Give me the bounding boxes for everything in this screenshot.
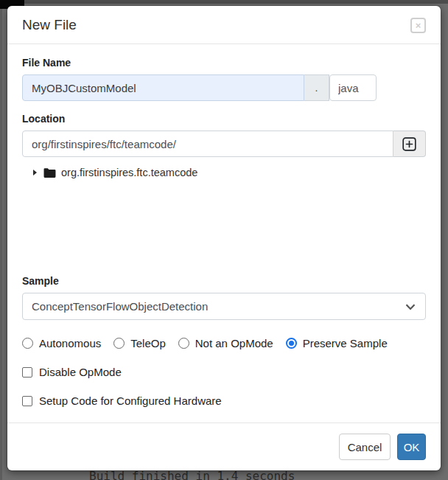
close-icon[interactable]: ×	[410, 18, 426, 33]
radio-icon[interactable]	[178, 338, 189, 349]
radio-icon[interactable]	[113, 338, 125, 349]
console-log-text: Build finished in 1.4 seconds	[89, 469, 295, 480]
plus-square-icon	[402, 137, 416, 151]
backdrop-top-band	[0, 0, 448, 4]
checkbox-icon[interactable]	[22, 367, 32, 378]
sample-select[interactable]: ConceptTensorFlowObjectDetection	[22, 293, 426, 320]
add-folder-button[interactable]	[393, 131, 426, 157]
file-name-label: File Name	[22, 57, 426, 69]
location-input[interactable]	[22, 131, 393, 157]
radio-teleop[interactable]: TeleOp	[113, 337, 166, 349]
file-name-input[interactable]	[22, 74, 304, 101]
radio-label: Autonomous	[39, 337, 101, 349]
caret-right-icon[interactable]	[33, 170, 37, 175]
file-name-input-group: .	[22, 74, 377, 101]
dialog-body: File Name . Location	[7, 44, 441, 422]
radio-label: TeleOp	[130, 337, 166, 349]
radio-label: Preserve Sample	[303, 337, 388, 349]
backdrop-left-band	[0, 0, 2, 480]
tree-item-label: org.firstinspires.ftc.teamcode	[61, 167, 197, 178]
checkbox-icon[interactable]	[22, 396, 32, 406]
chevron-down-icon	[405, 304, 416, 310]
location-input-group	[22, 131, 426, 157]
dialog-footer: Cancel OK	[7, 422, 441, 470]
radio-autonomous[interactable]: Autonomous	[22, 337, 101, 349]
file-extension-input[interactable]	[329, 74, 377, 101]
sample-selected-value: ConceptTensorFlowObjectDetection	[32, 300, 208, 313]
location-label: Location	[22, 113, 426, 125]
radio-preserve-sample[interactable]: Preserve Sample	[286, 337, 388, 349]
checkbox-label: Disable OpMode	[39, 366, 122, 378]
checkbox-label: Setup Code for Configured Hardware	[39, 394, 222, 407]
new-file-dialog: New File × File Name . Location	[7, 6, 441, 470]
radio-selected-icon[interactable]	[286, 338, 297, 349]
cancel-button[interactable]: Cancel	[339, 434, 391, 460]
location-tree: org.firstinspires.ftc.teamcode	[22, 157, 426, 275]
radio-not-an-opmode[interactable]: Not an OpMode	[178, 337, 273, 349]
checkbox-disable-opmode[interactable]: Disable OpMode	[22, 366, 426, 378]
dialog-title: New File	[22, 17, 77, 33]
tree-item-teamcode[interactable]: org.firstinspires.ftc.teamcode	[33, 167, 426, 178]
sample-label: Sample	[22, 275, 426, 287]
file-extension-separator: .	[304, 74, 329, 101]
ok-button[interactable]: OK	[397, 434, 426, 460]
folder-icon	[43, 167, 56, 178]
opmode-type-radio-group: Autonomous TeleOp Not an OpMode Preserve…	[22, 337, 426, 349]
radio-label: Not an OpMode	[195, 337, 273, 349]
dialog-header: New File ×	[7, 6, 441, 44]
radio-icon[interactable]	[22, 338, 33, 349]
checkbox-setup-code[interactable]: Setup Code for Configured Hardware	[22, 394, 426, 407]
